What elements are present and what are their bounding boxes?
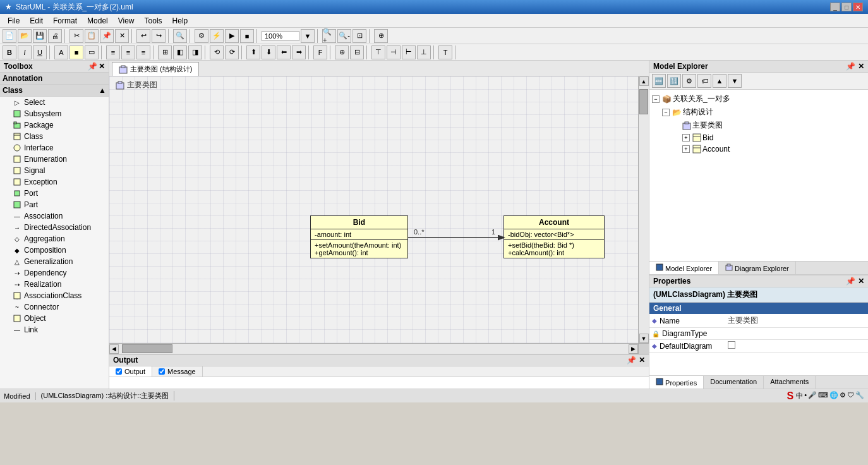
status-icon-3[interactable]: 🎤 <box>808 391 817 401</box>
tree-item-root[interactable]: − 📦 关联关系_一对多 <box>652 92 865 106</box>
prop-row-diagramtype[interactable]: 🔒 DiagramType <box>649 328 868 340</box>
font-color[interactable]: A <box>54 45 68 59</box>
layout-button[interactable]: ⊞ <box>158 45 172 59</box>
tb2-align3[interactable]: ⊢ <box>402 45 416 59</box>
find-button[interactable]: 🔍 <box>173 29 187 43</box>
menu-format[interactable]: Format <box>48 15 82 27</box>
bid-expand-btn[interactable]: + <box>682 134 690 142</box>
tb2-b5[interactable]: ⬆ <box>246 45 260 59</box>
me-close-icon[interactable]: ✕ <box>858 62 864 71</box>
tb2-align4[interactable]: ⊥ <box>417 45 431 59</box>
toolbox-item-part[interactable]: Part <box>0 199 109 210</box>
output-checkbox[interactable] <box>116 368 122 375</box>
toolbox-item-signal[interactable]: Signal <box>0 165 109 176</box>
toolbox-item-directedassociation[interactable]: → DirectedAssociation <box>0 222 109 233</box>
model-wizard[interactable]: ⚙ <box>195 29 208 43</box>
tab-diagram-explorer[interactable]: Diagram Explorer <box>719 262 796 274</box>
me-expand[interactable]: 🏷 <box>697 74 711 88</box>
toolbox-item-interface[interactable]: Interface <box>0 142 109 154</box>
toolbox-item-associationclass[interactable]: AssociationClass <box>0 290 109 301</box>
tree-item-main-diagram[interactable]: 主要类图 <box>682 119 865 132</box>
toolbox-section-class[interactable]: Class ▲ <box>0 85 109 97</box>
underline-button[interactable]: U <box>33 45 47 59</box>
zoom-out-button[interactable]: 🔍- <box>337 29 351 43</box>
toolbox-item-composition[interactable]: ◆ Composition <box>0 245 109 256</box>
toolbox-item-generalization[interactable]: △ Generalization <box>0 256 109 267</box>
tb2-extra1[interactable]: ⊕ <box>335 45 349 59</box>
uml-class-bid[interactable]: Bid -amount: int +setAmount(theAmount: i… <box>310 215 408 258</box>
undo-button[interactable]: ↩ <box>136 29 150 43</box>
toolbox-item-realization[interactable]: ⇢ Realization <box>0 279 109 290</box>
prop-row-defaultdiagram[interactable]: ◆ DefaultDiagram <box>649 340 868 353</box>
new-button[interactable]: 📄 <box>3 29 16 43</box>
copy-button[interactable]: 📋 <box>85 29 99 43</box>
status-icon-4[interactable]: ⌨ <box>818 391 828 401</box>
toolbox-item-connector[interactable]: ~ Connector <box>0 301 109 313</box>
toolbox-item-dependency[interactable]: ⇢ Dependency <box>0 267 109 279</box>
tb-btn-3[interactable]: ▶ <box>225 29 239 43</box>
toolbox-item-object[interactable]: Object <box>0 313 109 324</box>
minimize-button[interactable]: _ <box>830 3 840 11</box>
tree-item-bid[interactable]: + Bid <box>682 132 865 143</box>
vscroll-up-btn[interactable]: ▲ <box>639 76 649 86</box>
redo-button[interactable]: ↪ <box>152 29 166 43</box>
root-expand-btn[interactable]: − <box>652 95 660 103</box>
toolbox-item-enumeration[interactable]: Enumeration <box>0 154 109 165</box>
tb2-b3[interactable]: ⟲ <box>210 45 224 59</box>
canvas-vscroll[interactable]: ▲ ▼ <box>638 76 649 343</box>
hscroll-left-btn[interactable]: ◀ <box>109 344 119 354</box>
tb-extra[interactable]: ⊕ <box>374 29 388 43</box>
menu-edit[interactable]: Edit <box>25 15 48 27</box>
tb2-font[interactable]: F <box>313 45 327 59</box>
me-up-btn[interactable]: ▲ <box>713 74 726 88</box>
tb-btn-4[interactable]: ■ <box>240 29 254 43</box>
status-icon-6[interactable]: ⚙ <box>840 391 846 401</box>
toolbox-item-exception[interactable]: Exception <box>0 176 109 188</box>
toolbox-item-select[interactable]: ▷ Select <box>0 97 109 108</box>
save-button[interactable]: 💾 <box>33 29 47 43</box>
uml-class-account[interactable]: Account -bidObj: vector<Bid*> +setBid(th… <box>503 215 605 258</box>
paste-button[interactable]: 📌 <box>100 29 114 43</box>
toolbox-item-aggregation[interactable]: ◇ Aggregation <box>0 233 109 245</box>
prop-pin-icon[interactable]: 📌 <box>846 277 855 286</box>
toolbox-item-subsystem[interactable]: Subsystem <box>0 108 109 119</box>
me-sort-alpha[interactable]: 🔤 <box>652 74 666 88</box>
tab-model-explorer[interactable]: Model Explorer <box>649 262 719 274</box>
italic-button[interactable]: I <box>18 45 32 59</box>
toolbox-item-link[interactable]: — Link <box>0 324 109 335</box>
bold-button[interactable]: B <box>3 45 16 59</box>
delete-button[interactable]: ✕ <box>115 29 129 43</box>
align-center[interactable]: ≡ <box>121 45 135 59</box>
toolbox-item-package[interactable]: Package <box>0 119 109 131</box>
hscroll-right-btn[interactable]: ▶ <box>629 344 638 354</box>
me-filter[interactable]: ⚙ <box>682 74 696 88</box>
status-icon-8[interactable]: 🔧 <box>855 391 864 401</box>
output-pin-icon[interactable]: 📌 <box>627 356 636 365</box>
tb-btn-2[interactable]: ⚡ <box>210 29 224 43</box>
print-button[interactable]: 🖨 <box>48 29 62 43</box>
tb2-b8[interactable]: ➡ <box>292 45 306 59</box>
menu-model[interactable]: Model <box>82 15 113 27</box>
tb2-b6[interactable]: ⬇ <box>262 45 275 59</box>
status-icon-5[interactable]: 🌐 <box>829 391 838 401</box>
tb2-align1[interactable]: ⊤ <box>371 45 385 59</box>
maximize-button[interactable]: □ <box>841 3 852 11</box>
zoom-input[interactable]: 100% <box>262 31 299 41</box>
align-left[interactable]: ≡ <box>106 45 120 59</box>
tb2-font2[interactable]: T <box>438 45 452 59</box>
toolbox-close-icon[interactable]: ✕ <box>99 62 105 71</box>
menu-help[interactable]: Help <box>167 15 193 27</box>
tb2-b2[interactable]: ◨ <box>188 45 202 59</box>
toolbox-item-port[interactable]: Port <box>0 188 109 199</box>
status-icon-2[interactable]: • <box>804 391 807 401</box>
status-icon-7[interactable]: 🛡 <box>847 391 854 401</box>
default-diagram-checkbox[interactable] <box>728 341 735 349</box>
zoom-dropdown[interactable]: ▼ <box>301 29 315 43</box>
vscroll-down-btn[interactable]: ▼ <box>639 334 649 343</box>
prop-tab-attachments[interactable]: Attachments <box>764 376 816 389</box>
toolbox-item-class[interactable]: Class <box>0 131 109 142</box>
canvas-area[interactable]: 主要类图 Bid -amount: int +setAmount(theAmou… <box>109 76 649 354</box>
tb2-b7[interactable]: ⬅ <box>277 45 291 59</box>
canvas-hscroll[interactable]: ◀ ▶ <box>109 343 638 354</box>
line-color[interactable]: ▭ <box>85 45 99 59</box>
